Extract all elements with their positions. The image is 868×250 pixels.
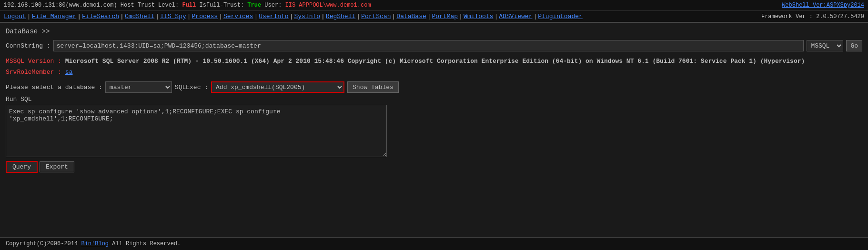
role-row: SrvRoleMember : sa bbox=[6, 69, 862, 76]
nav-filesearch[interactable]: FileSearch bbox=[82, 13, 119, 20]
sqlexec-select[interactable]: Add xp_cmdshell(SQL2005) Remove xp_cmdsh… bbox=[211, 81, 344, 93]
user-value: IIS APPPOOL\www.demo1.com bbox=[285, 2, 371, 9]
footer: Copyright(C)2006-2014 Bin'Blog All Right… bbox=[0, 237, 868, 250]
footer-author-link[interactable]: Bin'Blog bbox=[81, 240, 109, 247]
run-sql-label: Run SQL bbox=[6, 96, 862, 103]
nav-wmitools[interactable]: WmiTools bbox=[464, 13, 493, 20]
page-title: DataBase >> bbox=[6, 28, 862, 35]
select-row: Please select a database : master tempdb… bbox=[6, 81, 862, 93]
host-trust-value: Full bbox=[182, 2, 196, 9]
footer-rights: All Rights Reserved. bbox=[112, 240, 181, 247]
version-row: MSSQL Version : Microsoft SQL Server 200… bbox=[6, 57, 862, 66]
connstring-input[interactable] bbox=[53, 40, 804, 51]
nav-adsviewer[interactable]: ADSViewer bbox=[499, 13, 532, 20]
db-select[interactable]: master tempdb model msdb bbox=[105, 81, 172, 93]
connstring-label: ConnString : bbox=[6, 42, 50, 50]
ip-address: 192.168.100.131:80(www.demo1.com) bbox=[4, 2, 117, 9]
query-button[interactable]: Query bbox=[6, 161, 38, 173]
nav-pluginloader[interactable]: PluginLoader bbox=[538, 13, 583, 20]
framework-version: Framework Ver : 2.0.50727.5420 bbox=[761, 13, 864, 20]
nav-bar: Logout | File Manager | FileSearch | Cmd… bbox=[0, 11, 868, 22]
select-db-label: Please select a database : bbox=[6, 84, 102, 91]
main-content: DataBase >> ConnString : MSSQL MySQL Ora… bbox=[0, 23, 868, 182]
export-button[interactable]: Export bbox=[40, 161, 74, 172]
nav-services[interactable]: Services bbox=[223, 13, 253, 20]
top-bar-info: 192.168.100.131:80(www.demo1.com) Host T… bbox=[4, 2, 371, 9]
role-label: SrvRoleMember : bbox=[6, 69, 61, 76]
top-bar: 192.168.100.131:80(www.demo1.com) Host T… bbox=[0, 0, 868, 11]
nav-database[interactable]: DataBase bbox=[396, 13, 426, 20]
nav-portmap[interactable]: PortMap bbox=[432, 13, 458, 20]
footer-copyright: Copyright(C)2006-2014 bbox=[6, 240, 78, 247]
nav-cmdshell[interactable]: CmdShell bbox=[125, 13, 154, 20]
dbtype-select[interactable]: MSSQL MySQL Oracle bbox=[807, 40, 843, 51]
show-tables-button[interactable]: Show Tables bbox=[347, 81, 399, 93]
isfull-value: True bbox=[247, 2, 261, 9]
nav-sysinfo[interactable]: SysInfo bbox=[294, 13, 320, 20]
nav-regshell[interactable]: RegShell bbox=[326, 13, 355, 20]
nav-file-manager[interactable]: File Manager bbox=[32, 13, 77, 20]
action-row: Query Export bbox=[6, 161, 862, 173]
nav-links: Logout | File Manager | FileSearch | Cmd… bbox=[4, 13, 583, 20]
nav-iis-spy[interactable]: IIS Spy bbox=[160, 13, 186, 20]
sql-textarea[interactable]: Exec sp_configure 'show advanced options… bbox=[6, 105, 387, 157]
nav-userinfo[interactable]: UserInfo bbox=[259, 13, 288, 20]
nav-portscan[interactable]: PortScan bbox=[361, 13, 391, 20]
version-label: MSSQL Version : bbox=[6, 58, 61, 65]
webshell-version[interactable]: WebShell Ver:ASPXSpy2014 bbox=[782, 2, 864, 9]
role-value[interactable]: sa bbox=[65, 69, 73, 76]
version-value: Microsoft SQL Server 2008 R2 (RTM) - 10.… bbox=[65, 58, 805, 65]
sqlexec-label: SQLExec : bbox=[175, 84, 208, 91]
go-button[interactable]: Go bbox=[846, 40, 862, 51]
conn-row: ConnString : MSSQL MySQL Oracle Go bbox=[6, 40, 862, 51]
nav-logout[interactable]: Logout bbox=[4, 13, 26, 20]
nav-process[interactable]: Process bbox=[192, 13, 218, 20]
